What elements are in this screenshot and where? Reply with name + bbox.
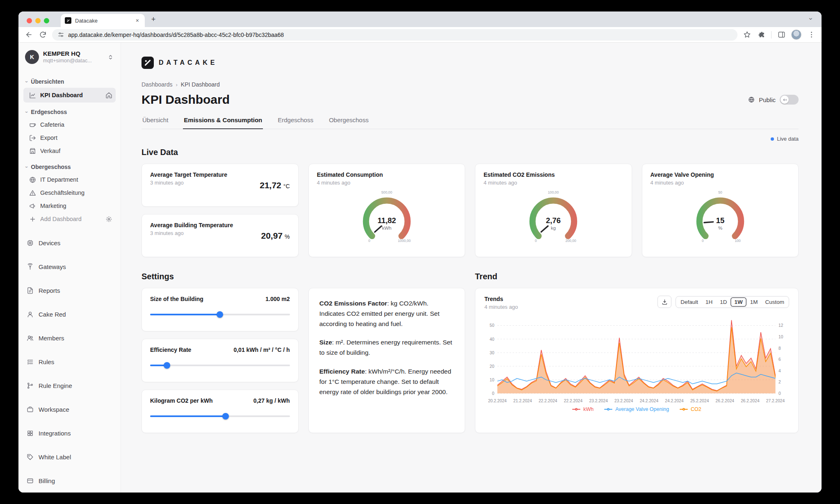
side-panel-icon[interactable] [777,30,786,39]
section-uebersichten[interactable]: › Übersichten [23,75,116,88]
add-dashboard-button[interactable]: Add Dashboard [23,212,116,226]
sidebar-item-rules[interactable]: Rules [23,353,116,370]
download-button[interactable] [657,296,671,308]
nav-label: Gateways [39,263,66,270]
co2-per-kwh-slider[interactable] [150,413,290,420]
zoom-window-button[interactable] [44,18,49,23]
sidebar-item-members[interactable]: Members [23,330,116,346]
plus-icon [29,216,36,223]
sidebar-item-geschaeftsleitung[interactable]: Geschäftsleitung [23,186,116,199]
back-icon[interactable] [24,30,33,39]
svg-text:0: 0 [778,391,781,396]
stat-title: Average Target Temperature [150,171,227,178]
sidebar-item-kpi-dashboard[interactable]: KPI Dashboard [23,88,116,103]
building-size-slider[interactable] [150,311,290,318]
address-bar[interactable]: app.datacake.de/kemper-hq/dashboards/d/5… [52,29,737,41]
range-1h-button[interactable]: 1H [702,297,716,307]
setting-card-building-size: Size of the Building 1.000 m2 [142,288,299,331]
slider-title: Kilogram CO2 per kWh [150,397,212,404]
nav-label: Billing [39,477,55,484]
trend-titles: Trends 4 minutes ago [484,296,518,310]
gauge-wrap: 11,82 kWh 0 500,00 1000,00 [317,186,457,249]
tab-close-icon[interactable]: × [134,17,141,24]
sidebar-item-white-label[interactable]: White Label [23,449,116,465]
add-dashboard-label: Add Dashboard [40,216,101,222]
range-1w-button[interactable]: 1W [730,297,746,307]
gauge-card-estimated-consumption: Estimated Consumption 4 minutes ago 11,8… [308,164,466,257]
slider-value: 1.000 m2 [265,296,290,302]
svg-text:50: 50 [490,323,495,328]
legend-item[interactable]: kWh [572,406,593,412]
globe-icon [29,176,36,183]
workspace-email: mqtt+simon@datac... [43,58,96,64]
legend-label: kWh [583,406,593,412]
public-globe-icon [748,96,755,103]
sidebar-item-marketing[interactable]: Marketing [23,199,116,212]
info-paragraph: CO2 Emissions Factor: kg CO2/kWh. Indica… [320,298,454,329]
range-1m-button[interactable]: 1M [746,297,762,307]
legend-item[interactable]: CO2 [680,406,701,412]
sidebar-item-integrations[interactable]: Integrations [23,425,116,441]
slider-knob[interactable] [222,413,229,420]
tab-search-button[interactable]: › [806,14,816,24]
range-default-button[interactable]: Default [677,297,702,307]
close-window-button[interactable] [27,18,32,23]
gauge-mid: 50 [718,190,722,194]
slider-knob[interactable] [164,362,170,369]
sidebar-item-verkauf[interactable]: Verkauf [23,144,116,157]
svg-text:10: 10 [778,335,783,339]
section-headings-row: Settings Trend [142,272,799,281]
sidebar-item-export[interactable]: Export [23,131,116,144]
sidebar-item-label: Verkauf [40,148,112,154]
sidebar-item-billing[interactable]: Billing [23,472,116,489]
trend-chart: 0102030405002468101220.2.202421.2.202422… [484,314,789,405]
svg-text:26.2.2024: 26.2.2024 [716,399,735,403]
chevron-down-icon: › [24,111,30,113]
minimize-window-button[interactable] [35,18,41,23]
bookmark-star-icon[interactable] [742,30,751,39]
gauge-unit: kg [551,226,556,230]
reload-icon[interactable] [38,30,47,39]
efficiency-rate-slider[interactable] [150,362,290,369]
stat-updated: 3 minutes ago [150,180,227,186]
breadcrumb-dashboards[interactable]: Dashboards [142,81,173,88]
gauge-min: 0 [535,239,537,243]
stat-title: Average Building Temperature [150,222,233,228]
range-1d-button[interactable]: 1D [716,297,730,307]
users-icon [27,335,34,342]
site-settings-icon[interactable] [58,32,64,38]
nav-label: Workspace [39,406,69,413]
gauge-value: 2,76 [546,216,561,225]
browser-tab[interactable]: Datacake × [61,14,145,27]
profile-avatar[interactable] [791,30,801,40]
sidebar-item-devices[interactable]: Devices [23,235,116,251]
gauge: 2,76 kg 0 100,00 200,00 [513,188,593,247]
section-obergeschoss[interactable]: › Obergeschoss [23,161,116,173]
title-row: KPI Dashboard Public [142,93,799,107]
new-tab-button[interactable]: + [148,14,159,25]
sidebar-item-it-department[interactable]: IT Department [23,173,116,186]
slider-knob[interactable] [217,311,223,318]
public-toggle[interactable] [780,95,799,105]
section-erdgeschoss[interactable]: › Erdgeschoss [23,106,116,118]
export-icon [29,135,36,141]
gauge-max: 100 [735,239,741,243]
sidebar-item-reports[interactable]: Reports [23,282,116,299]
tab-obergeschoss[interactable]: Obergeschoss [328,116,370,129]
sidebar-item-cake-red[interactable]: Cake Red [23,306,116,322]
range-custom-button[interactable]: Custom [761,297,788,307]
tab-uebersicht[interactable]: Übersicht [142,116,169,129]
legend-item[interactable]: Average Valve Opening [604,406,669,412]
sidebar-item-workspace[interactable]: Workspace [23,401,116,417]
sidebar-item-rule-engine[interactable]: Rule Engine [23,377,116,394]
workspace-switcher[interactable]: K KEMPER HQ mqtt+simon@datac... [23,49,116,65]
sidebar-item-gateways[interactable]: Gateways [23,258,116,275]
tab-erdgeschoss[interactable]: Erdgeschoss [277,116,314,129]
browser-menu-icon[interactable] [807,30,816,39]
extensions-icon[interactable] [757,30,766,39]
tab-emissions-consumption[interactable]: Emissions & Consumption [183,116,263,129]
gear-icon[interactable] [105,216,112,223]
sidebar-item-cafeteria[interactable]: Cafeteria [23,118,116,131]
stat-card-target-temperature: Average Target Temperature 3 minutes ago… [142,164,299,207]
trend-card: Trends 4 minutes ago Default 1H 1D [475,288,799,433]
